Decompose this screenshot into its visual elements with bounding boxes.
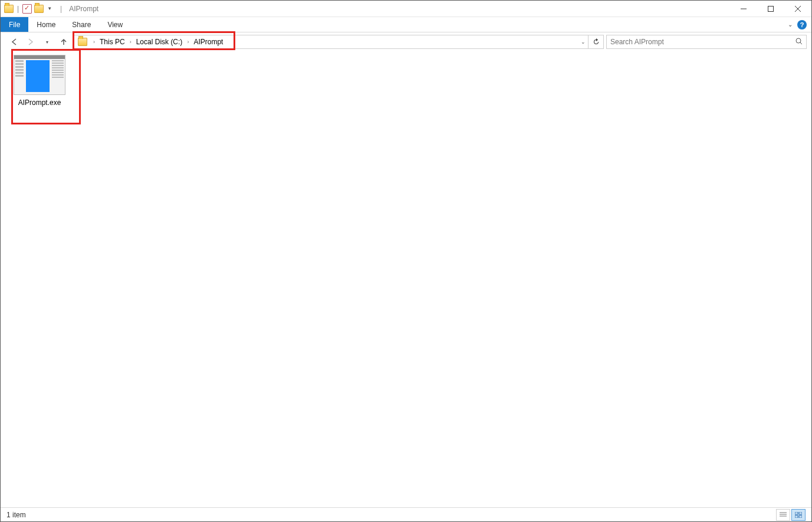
tab-file[interactable]: File [1, 17, 28, 32]
breadcrumb-local-disk[interactable]: Local Disk (C:) [134, 38, 185, 46]
view-mode-buttons [776, 509, 806, 521]
explorer-window: | ▼ | AIPrompt File Home Share View ⌄ ? [0, 0, 812, 522]
file-label: AIPrompt.exe [6, 99, 73, 107]
svg-rect-11 [795, 516, 798, 518]
search-box[interactable] [606, 35, 807, 49]
help-icon[interactable]: ? [797, 20, 807, 29]
window-controls [730, 1, 811, 17]
qat-dropdown-icon[interactable]: ▼ [46, 6, 53, 11]
address-bar[interactable]: › This PC › Local Disk (C:) › AIPrompt ⌄ [74, 35, 589, 49]
address-bar-container: › This PC › Local Disk (C:) › AIPrompt ⌄ [74, 35, 807, 49]
expand-ribbon-icon[interactable]: ⌄ [788, 21, 793, 28]
svg-rect-12 [799, 516, 802, 518]
folder-icon [78, 38, 87, 46]
forward-button[interactable] [24, 35, 37, 48]
svg-point-4 [796, 38, 801, 43]
details-view-icon [780, 512, 787, 518]
chevron-right-icon[interactable]: › [91, 39, 97, 45]
up-button[interactable] [57, 35, 70, 48]
tab-share[interactable]: Share [64, 17, 99, 32]
minimize-button[interactable] [730, 1, 757, 17]
address-tail: ⌄ [581, 39, 588, 45]
search-icon[interactable] [795, 38, 803, 47]
navigation-row: ▾ › This PC › Local Disk (C:) › AIPrompt… [1, 32, 811, 51]
status-item-count: 1 item [6, 511, 26, 519]
chevron-down-icon: ▾ [46, 40, 48, 45]
arrow-left-icon [10, 38, 18, 46]
large-icons-view-button[interactable] [791, 509, 806, 521]
file-thumbnail [14, 55, 65, 95]
arrow-right-icon [27, 38, 35, 46]
maximize-icon [768, 6, 774, 12]
title-bar: | ▼ | AIPrompt [1, 1, 811, 17]
quick-access-toolbar: | ▼ [1, 4, 57, 14]
minimize-icon [741, 6, 747, 12]
address-dropdown-icon[interactable]: ⌄ [581, 39, 586, 45]
refresh-button[interactable] [589, 35, 604, 49]
details-view-button[interactable] [776, 509, 790, 521]
close-icon [795, 6, 801, 12]
large-icons-view-icon [795, 512, 802, 518]
file-item-aiprompt[interactable]: AIPrompt.exe [6, 51, 73, 107]
qat-separator: | [16, 5, 20, 13]
close-button[interactable] [784, 1, 811, 17]
refresh-icon [593, 38, 600, 45]
svg-rect-1 [768, 6, 774, 11]
new-folder-icon[interactable] [34, 5, 44, 13]
ribbon-right: ⌄ ? [788, 17, 811, 32]
content-area[interactable]: AIPrompt.exe [1, 51, 811, 507]
status-bar: 1 item [1, 507, 811, 521]
chevron-right-icon[interactable]: › [127, 39, 134, 45]
back-button[interactable] [8, 35, 21, 48]
tab-view[interactable]: View [99, 17, 131, 32]
folder-icon[interactable] [4, 5, 14, 13]
svg-rect-9 [795, 512, 798, 514]
maximize-button[interactable] [757, 1, 784, 17]
title-separator: | [60, 5, 62, 13]
search-input[interactable] [610, 38, 795, 46]
recent-locations-button[interactable]: ▾ [41, 35, 54, 48]
svg-line-5 [800, 42, 802, 44]
tab-home[interactable]: Home [28, 17, 64, 32]
svg-rect-10 [799, 512, 802, 514]
properties-icon[interactable] [22, 4, 32, 14]
arrow-up-icon [60, 38, 68, 46]
breadcrumb-aiprompt[interactable]: AIPrompt [191, 38, 225, 46]
ribbon-tabs: File Home Share View ⌄ ? [1, 17, 811, 32]
breadcrumb-this-pc[interactable]: This PC [97, 38, 127, 46]
address-root-icon[interactable] [74, 38, 91, 46]
chevron-right-icon[interactable]: › [185, 39, 191, 45]
window-title: AIPrompt [69, 5, 98, 13]
